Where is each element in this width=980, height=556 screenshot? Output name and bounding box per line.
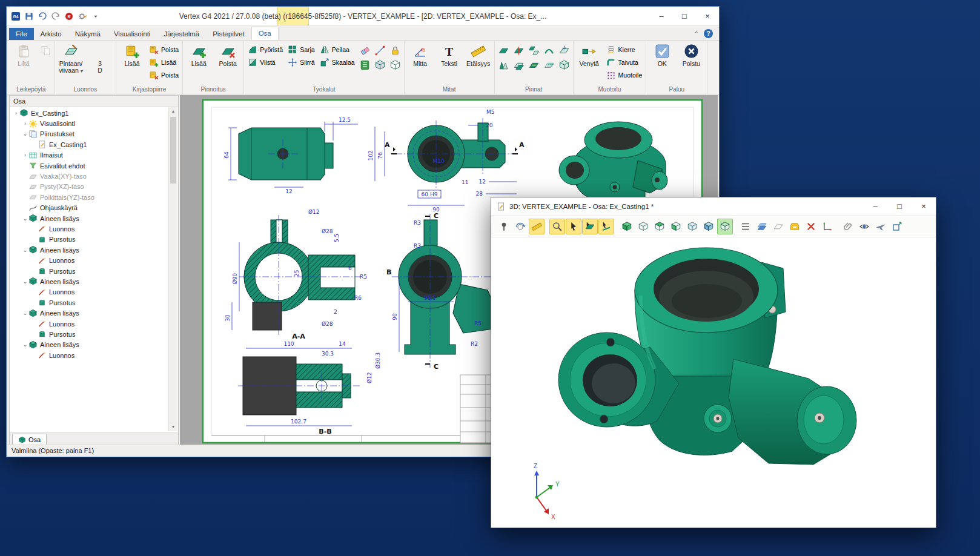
tab-nakyma[interactable]: Näkymä [68, 28, 107, 40]
button-surf-cube[interactable] [557, 58, 571, 72]
tree-item-aineen-lisays-10[interactable]: ⌄Aineen lisäys [11, 213, 168, 223]
button-surf-split[interactable] [512, 44, 526, 58]
tree-item-aineen-lisays-16[interactable]: ⌄Aineen lisäys [11, 276, 168, 286]
button-pinnoitus-poista[interactable]: Poista [214, 41, 242, 85]
ribbon-collapse-button[interactable]: ⌃ [694, 30, 699, 37]
button-luonnos-pintaan-viivaan[interactable]: Pintaan/viivaan ▾ [57, 41, 85, 85]
tree-item-luonnos-23[interactable]: Luonnos [11, 350, 168, 360]
button-surf-offset[interactable] [512, 58, 526, 72]
3d-minimize-button[interactable]: – [863, 197, 887, 216]
chevron-right-icon[interactable]: › [22, 121, 28, 127]
button-surf-twist[interactable] [542, 44, 556, 58]
button-measure[interactable] [373, 44, 387, 58]
button-surf-arrow[interactable] [557, 44, 571, 58]
chevron-down-icon[interactable]: ⌄ [22, 216, 28, 222]
button-copy[interactable] [39, 44, 53, 58]
tool-cube-top[interactable] [652, 219, 667, 234]
button-surf-knit[interactable] [527, 58, 541, 72]
button-surf-mirror[interactable] [527, 44, 541, 58]
tool-pin[interactable] [496, 219, 512, 234]
tab-arkisto[interactable]: Arkisto [34, 28, 68, 40]
scroll-up-icon[interactable]: ▲ [169, 107, 177, 116]
tool-list[interactable] [738, 219, 753, 234]
button-paluu-poistu[interactable]: Poistu [677, 41, 705, 85]
tool-cursor-edge[interactable] [598, 219, 614, 234]
tree-item-poikittais-yz-taso-8[interactable]: Poikittais(YZ)-taso [11, 192, 168, 202]
tool-delete[interactable] [803, 219, 819, 234]
redo-icon[interactable] [50, 10, 62, 22]
button-paluu-ok[interactable]: OK [648, 41, 676, 85]
button-tyokalut-viista[interactable]: Viistä [246, 56, 285, 68]
button-solid-cube[interactable] [373, 58, 387, 72]
button-tyokalut-skaalaa[interactable]: Skaalaa [318, 56, 357, 68]
vertex-logo-icon[interactable]: G4 [10, 10, 22, 22]
tree-item-ex-casting1-0[interactable]: ›Ex_Casting1 [11, 108, 168, 118]
scroll-down-icon[interactable]: ▼ [169, 423, 177, 431]
tree-item-ilmaisut-4[interactable]: ›Ilmaisut [11, 150, 168, 161]
tool-transform[interactable] [889, 219, 905, 234]
settings-icon[interactable] [76, 10, 88, 22]
3d-close-button[interactable]: × [912, 197, 936, 216]
button-kirjastopiirre-poista[interactable]: Poista [147, 44, 180, 56]
button-mitat-mitta[interactable]: 45Mitta [406, 41, 434, 85]
maximize-button[interactable]: □ [673, 7, 696, 25]
tree-item-luonnos-20[interactable]: Luonnos [11, 319, 168, 329]
chevron-down-icon[interactable]: ⌄ [22, 279, 28, 285]
button-surf-grid[interactable] [542, 58, 556, 72]
tree-item-visualisointi-1[interactable]: ›Visualisointi [11, 118, 168, 128]
tab-pistepilvet[interactable]: Pistepilvet [206, 28, 251, 40]
tree-scrollbar[interactable]: ▲ ▼ [168, 107, 177, 431]
tree-item-aineen-lisays-22[interactable]: ⌄Aineen lisäys [11, 340, 168, 350]
tool-drawer[interactable] [787, 219, 803, 234]
button-surface-cube[interactable] [388, 58, 402, 72]
3d-viewport[interactable]: Z Y X [491, 238, 936, 528]
tool-cube-green[interactable] [619, 219, 635, 234]
tree-item-vaaka-xy-taso-6[interactable]: Vaaka(XY)-taso [11, 171, 168, 181]
tree-item-pursotus-21[interactable]: Pursotus [11, 329, 168, 339]
tree-item-luonnos-11[interactable]: Luonnos [11, 223, 168, 234]
tree-item-esivalitut-ehdot-5[interactable]: Esivalitut ehdot [11, 161, 168, 171]
tree-item-ex-casting1-3[interactable]: Ex_Casting1 [11, 139, 168, 150]
tool-fly[interactable] [873, 219, 889, 234]
button-tyokalut-sarja[interactable]: Sarja [286, 44, 317, 56]
chevron-down-icon[interactable]: ⌄ [22, 247, 28, 253]
button-muotoilu-muotoile[interactable]: Muotoile [604, 69, 644, 81]
button-muotoilu-venyta[interactable]: Venytä [575, 41, 603, 85]
button-eraser[interactable] [358, 44, 372, 58]
tree-item-pursotus-15[interactable]: Pursotus [11, 266, 168, 276]
caret-icon[interactable] [90, 10, 102, 22]
tool-cube-section[interactable] [717, 219, 733, 234]
3d-maximize-button[interactable]: □ [887, 197, 912, 216]
tool-orbit[interactable] [512, 219, 528, 234]
tree-item-piirustukset-2[interactable]: ⌄Piirustukset [11, 129, 168, 139]
tree-item-aineen-lisays-13[interactable]: ⌄Aineen lisäys [11, 245, 168, 255]
chevron-right-icon[interactable]: › [13, 110, 19, 116]
undo-icon[interactable] [36, 10, 48, 22]
button-surf-fan[interactable] [497, 58, 511, 72]
button-lock[interactable] [388, 44, 402, 58]
tree-item-aineen-lisays-19[interactable]: ⌄Aineen lisäys [11, 308, 168, 318]
chevron-down-icon[interactable]: ⌄ [22, 310, 28, 316]
close-button[interactable]: × [696, 7, 719, 25]
minimize-button[interactable]: – [650, 7, 673, 25]
button-mitat-teksti[interactable]: TTeksti [435, 41, 463, 85]
tool-cursor[interactable] [566, 219, 581, 234]
button-mitat-etaisyys[interactable]: Etäisyys [465, 41, 492, 85]
button-pinnoitus-lisaa[interactable]: Lisää [185, 41, 213, 85]
button-kirjastopiirre-poista[interactable]: Poista [147, 69, 180, 81]
tool-clip[interactable] [840, 219, 856, 234]
button-muotoilu-taivuta[interactable]: Taivuta [604, 56, 644, 68]
scrollbar-thumb[interactable] [170, 117, 176, 184]
button-tyokalut-pyorista[interactable]: Pyöristä [246, 44, 285, 56]
chevron-down-icon[interactable]: ⌄ [22, 342, 28, 348]
button-tyokalut-siirra[interactable]: Siirrä [286, 56, 317, 68]
save-icon[interactable] [23, 10, 35, 22]
tree-item-pursotus-12[interactable]: Pursotus [11, 234, 168, 245]
tool-layers[interactable] [754, 219, 770, 234]
button-notebook[interactable] [358, 58, 372, 72]
tree-item-pursotus-18[interactable]: Pursotus [11, 297, 168, 308]
tab-osa-bottom[interactable]: Osa [12, 434, 47, 445]
tree-item-luonnos-17[interactable]: Luonnos [11, 287, 168, 297]
help-button[interactable]: ? [704, 29, 713, 38]
tool-cube-left[interactable] [668, 219, 684, 234]
